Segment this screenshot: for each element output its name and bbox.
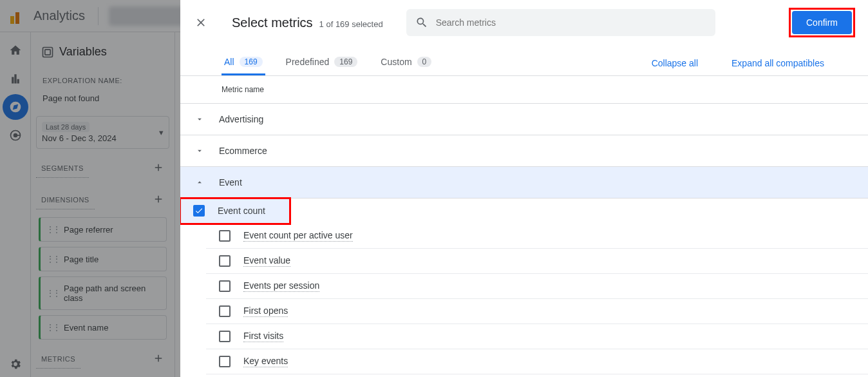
dialog-title: Select metrics [232,15,313,30]
expand-all-button[interactable]: Expand all compatibles [729,58,827,68]
metric-row[interactable]: Events per session [206,274,868,299]
tab-count: 169 [334,57,357,67]
metric-label: Event count per active user [243,230,353,242]
dialog-subtitle: 1 of 169 selected [319,19,383,29]
group-label: Advertising [219,114,263,124]
metric-row[interactable]: Key events [206,349,868,374]
tab-predefined[interactable]: Predefined 169 [283,50,361,75]
search-input[interactable] [436,17,706,28]
column-header: Metric name [180,76,868,104]
tab-all[interactable]: All 169 [222,50,265,75]
group-row[interactable]: Advertising [180,104,868,135]
metric-row[interactable]: Event count per active user [206,224,868,249]
chevron-up-icon [193,176,206,189]
metric-list: Advertising Ecommerce Event Event count … [180,104,868,377]
close-icon [194,16,207,29]
group-row-expanded[interactable]: Event [180,167,868,198]
checkbox[interactable] [219,356,231,367]
dialog-header: Select metrics 1 of 169 selected Confirm [180,0,868,45]
group-label: Ecommerce [219,146,267,156]
select-metrics-dialog: Select metrics 1 of 169 selected Confirm… [180,0,868,377]
tab-label: All [224,57,234,67]
confirm-button[interactable]: Confirm [792,11,852,34]
tab-label: Custom [381,57,411,67]
check-icon [194,206,203,215]
checkbox[interactable] [219,305,231,317]
metric-row[interactable]: First visits [206,324,868,349]
metric-row[interactable]: First opens [206,299,868,324]
checkbox[interactable] [219,280,231,292]
metric-label: Key events [243,356,288,367]
tab-count: 0 [417,57,432,67]
chevron-down-icon [193,113,206,126]
checkbox[interactable] [219,230,231,242]
checkbox[interactable] [219,331,231,342]
confirm-highlight: Confirm [789,8,855,37]
close-button[interactable] [193,15,209,30]
collapse-all-button[interactable]: Collapse all [649,58,701,68]
group-label: Event [219,177,242,188]
metric-label: Event count [218,206,265,217]
metric-row[interactable]: Event value [206,249,868,274]
chevron-down-icon [193,144,206,157]
tabs: All 169 Predefined 169 Custom 0 Collapse… [180,45,868,76]
metric-label: First opens [243,305,288,317]
tab-count: 169 [240,57,263,67]
checkbox[interactable] [193,205,205,217]
group-row[interactable]: Ecommerce [180,135,868,167]
tab-label: Predefined [286,57,330,67]
search-box[interactable] [406,9,715,36]
checkbox[interactable] [219,255,231,267]
metric-label: Events per session [243,280,319,292]
metric-label: First visits [243,331,283,342]
tab-custom[interactable]: Custom 0 [378,50,434,75]
metric-row-selected[interactable]: Event count [180,198,290,224]
metric-label: Event value [243,255,290,267]
search-icon [415,16,428,29]
